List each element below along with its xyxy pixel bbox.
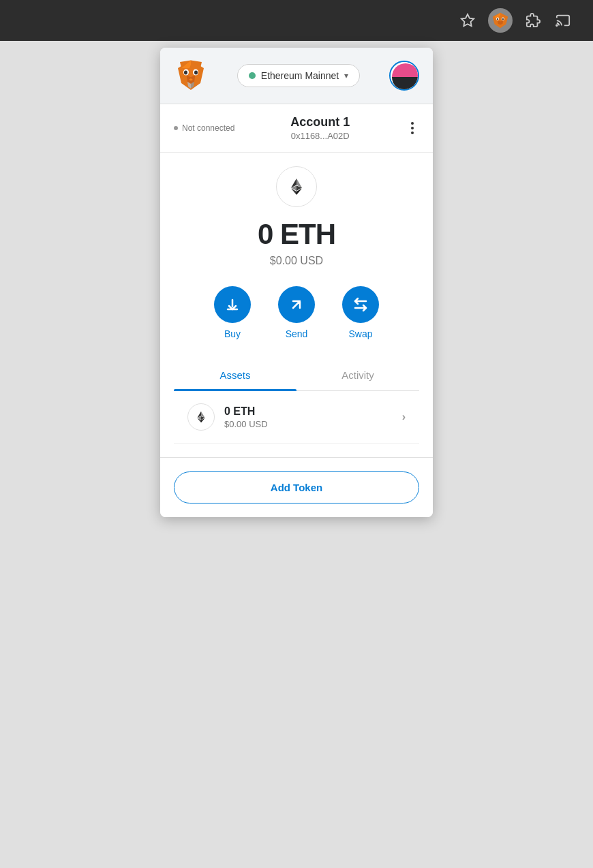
not-connected-dot xyxy=(174,126,178,130)
balance-amount: 0 ETH xyxy=(258,218,335,251)
puzzle-icon[interactable] xyxy=(523,11,543,30)
metamask-popup: Ethereum Mainnet ▾ Not connected Account… xyxy=(160,48,433,517)
asset-item-eth[interactable]: 0 ETH $0.00 USD › xyxy=(174,391,419,444)
tabs: Assets Activity xyxy=(174,360,419,391)
svg-marker-0 xyxy=(461,14,474,26)
svg-point-8 xyxy=(502,18,504,20)
swap-label: Swap xyxy=(348,328,372,339)
more-options-button[interactable] xyxy=(406,119,419,137)
account-avatar[interactable] xyxy=(389,61,419,91)
send-button[interactable] xyxy=(278,286,315,323)
svg-point-20 xyxy=(194,71,198,75)
account-bar: Not connected Account 1 0x1168...A02D xyxy=(160,104,433,153)
send-label: Send xyxy=(286,328,308,339)
network-selector[interactable]: Ethereum Mainnet ▾ xyxy=(237,64,360,87)
star-icon[interactable] xyxy=(458,11,477,30)
not-connected-status: Not connected xyxy=(174,123,234,133)
svg-point-19 xyxy=(184,71,187,75)
assets-list: 0 ETH $0.00 USD › xyxy=(174,391,419,444)
svg-point-7 xyxy=(497,18,498,20)
swap-button[interactable] xyxy=(342,286,379,323)
asset-usd: $0.00 USD xyxy=(224,419,402,429)
cast-icon[interactable] xyxy=(553,11,573,30)
account-name[interactable]: Account 1 xyxy=(290,115,350,129)
metamask-extension-icon[interactable] xyxy=(488,8,513,33)
account-name-section: Account 1 0x1168...A02D xyxy=(290,115,350,141)
more-dot-1 xyxy=(411,122,414,125)
balance-usd: $0.00 USD xyxy=(270,255,323,267)
network-label: Ethereum Mainnet xyxy=(261,70,339,81)
asset-eth-icon xyxy=(187,403,215,431)
asset-info: 0 ETH $0.00 USD xyxy=(224,405,402,429)
svg-point-9 xyxy=(556,25,558,26)
asset-amount: 0 ETH xyxy=(224,405,402,418)
main-content: 0 ETH $0.00 USD Buy xyxy=(160,153,433,457)
network-status-dot xyxy=(249,72,256,79)
more-dot-3 xyxy=(411,131,414,134)
buy-label: Buy xyxy=(224,328,241,339)
eth-icon xyxy=(276,166,317,207)
more-dot-2 xyxy=(411,127,414,129)
send-button-wrap[interactable]: Send xyxy=(278,286,315,339)
swap-button-wrap[interactable]: Swap xyxy=(342,286,379,339)
tab-assets[interactable]: Assets xyxy=(174,360,296,390)
not-connected-label: Not connected xyxy=(182,123,234,133)
browser-bar xyxy=(0,0,593,41)
fox-logo xyxy=(174,59,208,93)
add-token-section: Add Token xyxy=(160,457,433,517)
add-token-button[interactable]: Add Token xyxy=(174,471,419,503)
popup-header: Ethereum Mainnet ▾ xyxy=(160,48,433,104)
tab-activity[interactable]: Activity xyxy=(296,360,419,390)
action-buttons: Buy Send xyxy=(214,286,379,339)
asset-chevron-icon: › xyxy=(402,411,406,423)
account-address[interactable]: 0x1168...A02D xyxy=(290,131,350,141)
svg-marker-1 xyxy=(493,13,508,28)
chevron-down-icon: ▾ xyxy=(344,71,348,80)
buy-button-wrap[interactable]: Buy xyxy=(214,286,251,339)
buy-button[interactable] xyxy=(214,286,251,323)
